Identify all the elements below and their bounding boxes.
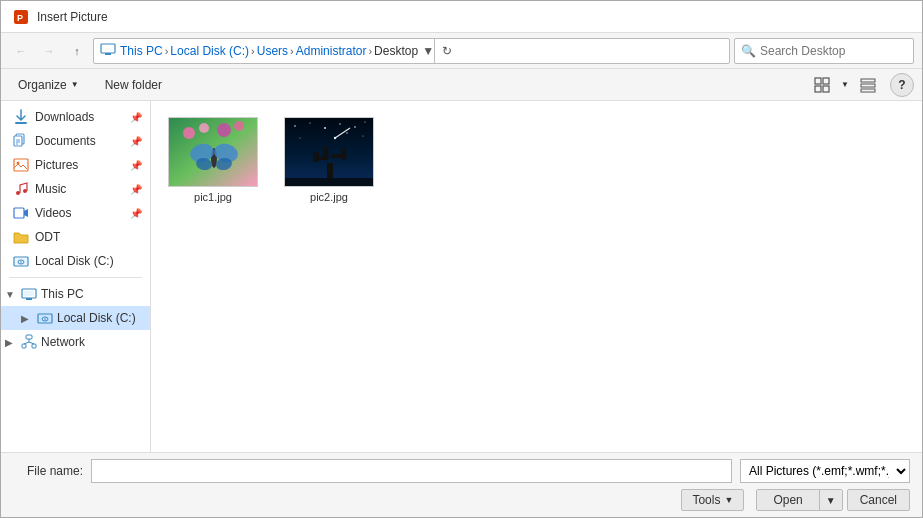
svg-line-34 [29,342,34,344]
breadcrumb-desktop[interactable]: Desktop [374,44,418,58]
svg-rect-29 [26,335,32,339]
bottom-bar: File name: All Pictures (*.emf;*.wmf;*.j… [1,452,922,517]
network-tree-label: Network [41,335,146,349]
tools-dropdown-icon: ▼ [724,495,733,505]
main-area: Downloads 📌 Documents 📌 P [1,101,922,452]
svg-rect-61 [341,148,346,160]
open-button-group: Open ▼ [756,489,842,511]
svg-rect-30 [22,344,26,348]
this-pc-toggle: ▼ [5,289,17,300]
svg-point-38 [217,123,231,137]
svg-text:P: P [17,13,23,23]
svg-rect-63 [285,178,374,187]
local-disk-tree-label: Local Disk (C:) [57,311,146,325]
tree-item-this-pc[interactable]: ▼ This PC [1,282,150,306]
svg-rect-14 [14,159,28,171]
videos-pin-icon: 📌 [130,208,142,219]
sidebar-divider [9,277,142,278]
view-buttons: ▼ [808,73,882,97]
network-tree-icon [21,334,37,350]
file-thumbnail-pic2 [284,117,374,187]
network-toggle: ▶ [5,337,17,348]
organize-dropdown-icon: ▼ [71,80,79,89]
file-grid: pic1.jpg [163,113,910,207]
tools-label: Tools [692,493,720,507]
downloads-icon [13,109,29,125]
svg-point-48 [324,127,326,129]
search-box: 🔍 [734,38,914,64]
view-details-button[interactable] [854,73,882,97]
sidebar-item-downloads[interactable]: Downloads 📌 [1,105,150,129]
svg-point-49 [339,123,340,124]
organize-button[interactable]: Organize ▼ [9,74,88,96]
open-dropdown-button[interactable]: ▼ [820,490,842,510]
localdisk-quick-icon [13,253,29,269]
open-button[interactable]: Open [757,490,819,510]
sidebar-item-odt[interactable]: ODT [1,225,150,249]
filename-input[interactable] [91,459,732,483]
sidebar-item-music[interactable]: Music 📌 [1,177,150,201]
pictures-pin-icon: 📌 [130,160,142,171]
music-pin-icon: 📌 [130,184,142,195]
odt-folder-icon [13,229,29,245]
search-input[interactable] [760,44,900,58]
file-item-pic1[interactable]: pic1.jpg [163,113,263,207]
documents-icon [13,133,29,149]
new-folder-label: New folder [105,78,162,92]
up-button[interactable]: ↑ [65,39,89,63]
svg-point-47 [309,122,310,123]
breadcrumb-this-pc[interactable]: This PC [120,44,163,58]
breadcrumb-bar: This PC › Local Disk (C:) › Users › Admi… [93,38,730,64]
music-icon [13,181,29,197]
svg-rect-8 [861,79,875,82]
file-label-pic1: pic1.jpg [194,191,232,203]
help-button[interactable]: ? [890,73,914,97]
pic1-svg [169,118,258,187]
title-bar: P Insert Picture [1,1,922,33]
local-disk-tree-icon [37,310,53,326]
sidebar: Downloads 📌 Documents 📌 P [1,101,151,452]
tree-item-network[interactable]: ▶ Network [1,330,150,354]
file-label-pic2: pic2.jpg [310,191,348,203]
refresh-button[interactable]: ↻ [434,38,458,64]
svg-rect-24 [26,298,32,300]
tools-button[interactable]: Tools ▼ [681,489,744,511]
breadcrumb-dropdown-icon[interactable]: ▼ [422,44,434,58]
documents-pin-icon: 📌 [130,136,142,147]
svg-rect-5 [823,78,829,84]
actions-row: Tools ▼ Open ▼ Cancel [13,489,910,511]
svg-rect-10 [861,89,875,92]
this-pc-tree-icon [21,286,37,302]
svg-point-51 [364,121,365,122]
sidebar-item-documents[interactable]: Documents 📌 [1,129,150,153]
pictures-label: Pictures [35,158,124,172]
sidebar-item-videos[interactable]: Videos 📌 [1,201,150,225]
svg-point-36 [183,127,195,139]
svg-point-22 [20,261,22,263]
breadcrumb-pc-icon [100,41,116,60]
cancel-button[interactable]: Cancel [847,489,910,511]
svg-point-50 [354,126,356,128]
breadcrumb-users[interactable]: Users [257,44,288,58]
sidebar-item-pictures[interactable]: Pictures 📌 [1,153,150,177]
odt-label: ODT [35,230,142,244]
svg-rect-4 [815,78,821,84]
filetype-select[interactable]: All Pictures (*.emf;*.wmf;*.jpg;* [740,459,910,483]
breadcrumb-administrator[interactable]: Administrator [296,44,367,58]
svg-point-46 [294,125,296,127]
new-folder-button[interactable]: New folder [96,74,171,96]
svg-rect-11 [15,122,27,124]
view-large-icons-button[interactable] [808,73,836,97]
back-button[interactable]: ← [9,39,33,63]
file-item-pic2[interactable]: pic2.jpg [279,113,379,207]
sidebar-item-localdisk-quick[interactable]: Local Disk (C:) [1,249,150,273]
svg-point-28 [44,318,46,320]
svg-point-16 [16,191,20,195]
breadcrumb-local-disk[interactable]: Local Disk (C:) [170,44,249,58]
forward-button[interactable]: → [37,39,61,63]
tree-item-local-disk[interactable]: ▶ Local Disk (C:) [1,306,150,330]
this-pc-tree-label: This PC [41,287,146,301]
address-bar: ← → ↑ This PC › Local Disk (C:) › Users … [1,33,922,69]
view-dropdown-icon[interactable]: ▼ [838,73,852,97]
svg-rect-2 [101,44,115,53]
